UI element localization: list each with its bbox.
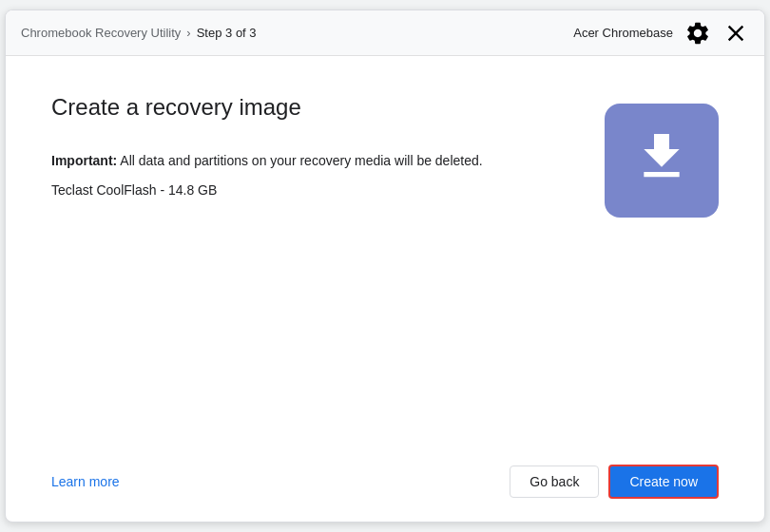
content-area: Create a recovery image Important: All d… xyxy=(6,56,764,522)
breadcrumb-separator: › xyxy=(186,26,190,40)
app-window: Chromebook Recovery Utility › Step 3 of … xyxy=(5,10,765,522)
important-message: Important: All data and partitions on yo… xyxy=(51,151,567,171)
close-icon xyxy=(722,20,749,47)
important-body: All data and partitions on your recovery… xyxy=(117,153,482,168)
titlebar: Chromebook Recovery Utility › Step 3 of … xyxy=(6,10,764,56)
download-icon-box xyxy=(605,104,719,218)
device-info: Teclast CoolFlash - 14.8 GB xyxy=(51,182,567,198)
device-name-label: Acer Chromebase xyxy=(573,26,673,40)
titlebar-right: Acer Chromebase xyxy=(573,20,749,47)
gear-icon xyxy=(684,20,711,47)
footer: Learn more Go back Create now xyxy=(51,449,719,499)
go-back-button[interactable]: Go back xyxy=(510,466,599,498)
page-title: Create a recovery image xyxy=(51,94,567,121)
text-section: Create a recovery image Important: All d… xyxy=(51,94,605,198)
icon-section xyxy=(605,94,719,218)
app-name: Chromebook Recovery Utility xyxy=(21,26,181,40)
download-icon xyxy=(631,126,692,196)
footer-buttons: Go back Create now xyxy=(510,465,719,499)
main-area: Create a recovery image Important: All d… xyxy=(51,94,719,449)
create-now-button[interactable]: Create now xyxy=(608,465,719,499)
settings-button[interactable] xyxy=(684,20,711,47)
breadcrumb: Chromebook Recovery Utility › Step 3 of … xyxy=(21,26,257,40)
close-button[interactable] xyxy=(722,20,749,47)
learn-more-link[interactable]: Learn more xyxy=(51,474,120,489)
download-arrow-svg xyxy=(631,126,692,187)
important-prefix: Important: xyxy=(51,153,117,168)
step-label: Step 3 of 3 xyxy=(197,26,257,40)
